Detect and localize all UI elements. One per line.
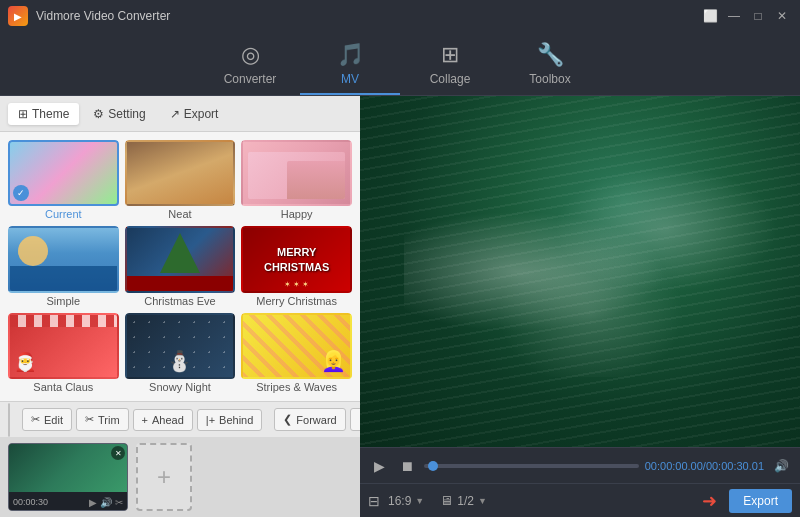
theme-thumb-happy — [241, 140, 352, 206]
resolution-select[interactable]: 🖥 1/2 ▼ — [440, 493, 487, 508]
theme-item-stripes[interactable]: 👱‍♀️ Stripes & Waves — [241, 313, 352, 393]
right-panel: ▶ ⏹ 00:00:00.00/00:00:30.01 🔊 ⊟ 16:9 ▼ 🖥… — [360, 96, 800, 517]
ocean-background — [360, 96, 800, 447]
preview-area — [360, 96, 800, 447]
feedback-btn[interactable]: ⬜ — [700, 6, 720, 26]
volume-btn[interactable]: 🔊 — [770, 455, 792, 477]
mv-icon: 🎵 — [337, 42, 364, 68]
theme-thumb-merry-christmas: MERRYCHRISTMAS ✶ ✶ ✶ — [241, 226, 352, 292]
converter-icon: ◎ — [241, 42, 260, 68]
ratio-dropdown-arrow: ▼ — [415, 496, 424, 506]
clip-play-icon[interactable]: ▶ — [89, 497, 97, 508]
add-main-btn[interactable]: + + Add — [9, 404, 10, 436]
sub-nav: ⊞ Theme ⚙ Setting ↗ Export — [0, 96, 360, 132]
clip-duration: 00:00:30 — [13, 497, 48, 507]
subnav-setting[interactable]: ⚙ Setting — [83, 103, 155, 125]
ratio-icon: ⊟ — [368, 493, 380, 509]
bottom-toolbar: + + Add ▼ ✂ Edit ✂ Trim + Ahead |+ Behin… — [0, 401, 360, 437]
clip-scissors-icon[interactable]: ✂ — [115, 497, 123, 508]
merry-christmas-text: MERRYCHRISTMAS — [264, 245, 329, 274]
subnav-setting-label: Setting — [108, 107, 145, 121]
toolbox-icon: 🔧 — [537, 42, 564, 68]
theme-label-stripes: Stripes & Waves — [256, 381, 337, 393]
behind-icon: |+ — [206, 414, 215, 426]
stop-btn[interactable]: ⏹ — [396, 455, 418, 477]
tab-converter[interactable]: ◎ Converter — [200, 35, 300, 95]
clip-audio-icon[interactable]: 🔊 — [100, 497, 112, 508]
tab-collage-label: Collage — [430, 72, 471, 86]
progress-dot[interactable] — [428, 461, 438, 471]
theme-thumb-simple — [8, 226, 119, 292]
check-mark-current: ✓ — [13, 185, 29, 201]
timeline-clip: 00:00:30 ▶ 🔊 ✂ ✕ — [8, 443, 128, 511]
ahead-btn[interactable]: + Ahead — [133, 409, 193, 431]
subnav-export[interactable]: ↗ Export — [160, 103, 229, 125]
edit-btn[interactable]: ✂ Edit — [22, 408, 72, 431]
app-icon: ▶ — [8, 6, 28, 26]
theme-grid: ✓ Current Neat Happy — [0, 132, 360, 401]
theme-item-simple[interactable]: Simple — [8, 226, 119, 306]
behind-label: Behind — [219, 414, 253, 426]
close-btn[interactable]: ✕ — [772, 6, 792, 26]
theme-thumb-stripes: 👱‍♀️ — [241, 313, 352, 379]
tab-toolbox[interactable]: 🔧 Toolbox — [500, 35, 600, 95]
main-layout: ⊞ Theme ⚙ Setting ↗ Export ✓ Current — [0, 96, 800, 517]
theme-label-neat: Neat — [168, 208, 191, 220]
trim-btn[interactable]: ✂ Trim — [76, 408, 129, 431]
theme-label-current: Current — [45, 208, 82, 220]
tab-mv[interactable]: 🎵 MV — [300, 35, 400, 95]
tab-collage[interactable]: ⊞ Collage — [400, 35, 500, 95]
collage-icon: ⊞ — [441, 42, 459, 68]
theme-item-happy[interactable]: Happy — [241, 140, 352, 220]
theme-item-christmas-eve[interactable]: Christmas Eve — [125, 226, 236, 306]
ahead-label: Ahead — [152, 414, 184, 426]
subnav-theme-label: Theme — [32, 107, 69, 121]
edit-label: Edit — [44, 414, 63, 426]
theme-label-merry-christmas: Merry Christmas — [256, 295, 337, 307]
ratio-select[interactable]: 16:9 ▼ — [388, 494, 424, 508]
theme-item-merry-christmas[interactable]: MERRYCHRISTMAS ✶ ✶ ✶ Merry Christmas — [241, 226, 352, 306]
foam-overlay — [404, 166, 778, 377]
edit-icon: ✂ — [31, 413, 40, 426]
add-button-group: + + Add ▼ — [8, 403, 10, 437]
ahead-icon: + — [142, 414, 148, 426]
theme-label-happy: Happy — [281, 208, 313, 220]
setting-icon: ⚙ — [93, 107, 104, 121]
forward-icon: ❮ — [283, 413, 292, 426]
add-clip-btn[interactable]: + — [136, 443, 192, 511]
theme-label-simple: Simple — [47, 295, 81, 307]
ratio-export-row: ⊟ 16:9 ▼ 🖥 1/2 ▼ ➜ Export — [360, 483, 800, 517]
santa-overlay: 🎅 — [14, 351, 36, 373]
forward-label: Forward — [296, 414, 336, 426]
time-display: 00:00:00.00/00:00:30.01 — [645, 460, 764, 472]
subnav-export-label: Export — [184, 107, 219, 121]
maximize-btn[interactable]: □ — [748, 6, 768, 26]
title-bar: ▶ Vidmore Video Converter ⬜ — □ ✕ — [0, 0, 800, 32]
theme-item-current[interactable]: ✓ Current — [8, 140, 119, 220]
clip-close-btn[interactable]: ✕ — [111, 446, 125, 460]
theme-item-snowy[interactable]: ⛄ Snowy Night — [125, 313, 236, 393]
app-title: Vidmore Video Converter — [36, 9, 170, 23]
clip-icons: ▶ 🔊 ✂ — [89, 497, 123, 508]
tab-converter-label: Converter — [224, 72, 277, 86]
export-subnav-icon: ↗ — [170, 107, 180, 121]
minimize-btn[interactable]: — — [724, 6, 744, 26]
theme-grid-icon: ⊞ — [18, 107, 28, 121]
theme-thumb-christmas-eve — [125, 226, 236, 292]
trim-label: Trim — [98, 414, 120, 426]
theme-thumb-neat — [125, 140, 236, 206]
theme-item-santa[interactable]: 🎅 Santa Claus — [8, 313, 119, 393]
left-panel: ⊞ Theme ⚙ Setting ↗ Export ✓ Current — [0, 96, 360, 517]
theme-item-neat[interactable]: Neat — [125, 140, 236, 220]
export-button[interactable]: Export — [729, 489, 792, 513]
ratio-value: 16:9 — [388, 494, 411, 508]
theme-thumb-santa: 🎅 — [8, 313, 119, 379]
player-controls: ▶ ⏹ 00:00:00.00/00:00:30.01 🔊 — [360, 447, 800, 483]
theme-thumb-snowy: ⛄ — [125, 313, 236, 379]
play-btn[interactable]: ▶ — [368, 455, 390, 477]
subnav-theme[interactable]: ⊞ Theme — [8, 103, 79, 125]
progress-bar[interactable] — [424, 464, 639, 468]
forward-btn[interactable]: ❮ Forward — [274, 408, 345, 431]
behind-btn[interactable]: |+ Behind — [197, 409, 263, 431]
clip-thumbnail — [9, 444, 127, 492]
